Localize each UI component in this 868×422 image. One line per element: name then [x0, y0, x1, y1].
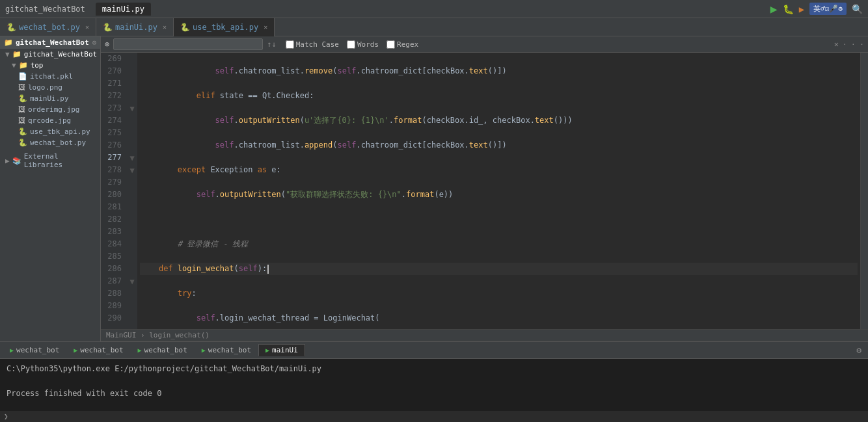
sidebar-item-wechat-bot-file[interactable]: 🐍 wechat_bot.py — [0, 137, 100, 148]
match-case-checkbox[interactable] — [286, 40, 294, 49]
filter-icon: ⊛ — [105, 40, 109, 49]
search-close-icon[interactable]: ✕ — [834, 40, 839, 49]
search-bar: ⊛ ↑↓ Match Case Words Regex ✕ · · · — [101, 36, 868, 53]
sidebar-item-mainui-file[interactable]: 🐍 mainUi.py — [0, 93, 100, 104]
sidebar-settings-icon[interactable]: ⚙ — [92, 38, 96, 47]
line-numbers: 269270271272273 274275276277278 27928028… — [101, 53, 127, 329]
terminal-tab-wechat-bot-1[interactable]: ▶ wechat_bot — [3, 344, 66, 356]
editor-body: 269270271272273 274275276277278 27928028… — [101, 53, 868, 329]
breadcrumb: MainGUI › login_wechat() — [101, 329, 868, 341]
terminal-line-1: C:\Python35\python.exe E:/pythonproject/… — [7, 363, 861, 375]
sidebar-project-title: gitchat_WechatBot — [16, 38, 89, 47]
sidebar-item-logo[interactable]: 🖼 logo.png — [0, 82, 100, 93]
more-options: · · · — [843, 40, 864, 49]
folder-icon-ext: 📚 — [12, 157, 21, 165]
tab-use-tbk-api[interactable]: 🐍 use_tbk_api.py ✕ — [174, 18, 275, 36]
sidebar-item-itchat[interactable]: 📄 itchat.pkl — [0, 71, 100, 82]
words-option[interactable]: Words — [347, 40, 379, 49]
breadcrumb-text: MainGUI › login_wechat() — [106, 331, 210, 339]
terminal-tab-wechat-bot-4[interactable]: ▶ wechat_bot — [195, 344, 258, 356]
expand-icon-top: ▼ — [12, 61, 16, 70]
tab-wechat-bot[interactable]: 🐍 wechat_bot.py ✕ — [0, 18, 96, 36]
terminal-tab-wechat-bot-2[interactable]: ▶ wechat_bot — [66, 344, 130, 356]
regex-option[interactable]: Regex — [387, 40, 418, 49]
file-icon-orderimg: 🖼 — [18, 105, 25, 114]
terminal-bottom-bar: ❯ — [0, 411, 868, 422]
code-content[interactable]: self.chatroom_list.remove(self.chatroom_… — [137, 53, 860, 329]
close-tab-mainui[interactable]: ✕ — [163, 23, 167, 31]
terminal: ▶ wechat_bot ▶ wechat_bot ▶ wechat_bot ▶… — [0, 341, 868, 422]
terminal-prompt-icon: ❯ — [4, 412, 8, 421]
gutter: ▼ ▼ ▼ ▼ — [127, 53, 137, 329]
run-config-icon[interactable]: ▶ — [799, 4, 804, 14]
search-icon[interactable]: 🔍 — [852, 4, 863, 14]
sidebar-item-gitchat[interactable]: ▼ 📁 gitchat_WechatBot — [0, 49, 100, 60]
terminal-line-2 — [7, 375, 861, 388]
file-icon-qrcode: 🖼 — [18, 116, 25, 125]
debug-icon[interactable]: 🐛 — [783, 4, 794, 14]
regex-checkbox[interactable] — [387, 40, 395, 49]
run-button[interactable]: ▶ — [770, 2, 778, 16]
close-tab-use-tbk-api[interactable]: ✕ — [264, 23, 267, 31]
terminal-line-3: Process finished with exit code 0 — [7, 388, 861, 400]
project-icon: 📁 — [4, 38, 13, 47]
terminal-tabs: ▶ wechat_bot ▶ wechat_bot ▶ wechat_bot ▶… — [0, 342, 868, 359]
terminal-content: C:\Python35\python.exe E:/pythonproject/… — [0, 359, 868, 411]
terminal-toolbar-right: ⚙ — [852, 345, 865, 355]
sidebar-item-qrcode[interactable]: 🖼 qrcode.jpg — [0, 115, 100, 126]
expand-icon-ext: ▶ — [5, 157, 10, 165]
file-icon-itchat: 📄 — [18, 72, 27, 81]
terminal-tab-wechat-bot-3[interactable]: ▶ wechat_bot — [131, 344, 195, 356]
search-arrows[interactable]: ↑↓ — [267, 40, 276, 49]
close-tab-wechat-bot[interactable]: ✕ — [85, 23, 89, 31]
terminal-tab-mainui[interactable]: ▶ mainUi — [258, 344, 305, 356]
search-input[interactable] — [113, 38, 263, 50]
app-title: gitchat_WechatBot — [5, 5, 85, 14]
terminal-settings-icon[interactable]: ⚙ — [852, 345, 865, 355]
sidebar-item-top[interactable]: ▼ 📁 top — [0, 60, 100, 71]
scrollbar-right[interactable] — [860, 53, 868, 329]
expand-icon: ▼ — [5, 50, 10, 59]
sidebar-item-external-libs[interactable]: ▶ 📚 External Libraries — [0, 151, 100, 170]
title-bar: gitchat_WechatBot mainUi.py ▶ 🐛 ▶ 英♂☑🎤⚙ … — [0, 0, 868, 18]
match-case-option[interactable]: Match Case — [286, 40, 339, 49]
file-icon-logo: 🖼 — [18, 83, 25, 92]
sidebar-header: 📁 gitchat_WechatBot ⚙ — [0, 36, 100, 49]
main-area: 📁 gitchat_WechatBot ⚙ ▼ 📁 gitchat_Wechat… — [0, 36, 868, 341]
active-tab-label: mainUi.py — [96, 3, 151, 16]
editor-tabs: 🐍 wechat_bot.py ✕ 🐍 mainUi.py ✕ 🐍 use_tb… — [0, 18, 868, 36]
folder-icon: 📁 — [12, 50, 21, 59]
sidebar-item-orderimg[interactable]: 🖼 orderimg.jpg — [0, 104, 100, 115]
ime-tool[interactable]: 英♂☑🎤⚙ — [809, 3, 847, 15]
file-icon-wechat-bot: 🐍 — [18, 138, 27, 147]
file-icon-use-tbk: 🐍 — [18, 127, 27, 136]
tab-mainui[interactable]: 🐍 mainUi.py ✕ — [96, 18, 174, 36]
folder-icon-top: 📁 — [19, 61, 28, 70]
words-checkbox[interactable] — [347, 40, 355, 49]
file-icon-mainui: 🐍 — [18, 94, 27, 103]
sidebar-item-use-tbk[interactable]: 🐍 use_tbk_api.py — [0, 126, 100, 137]
code-editor: ⊛ ↑↓ Match Case Words Regex ✕ · · · — [101, 36, 868, 341]
sidebar: 📁 gitchat_WechatBot ⚙ ▼ 📁 gitchat_Wechat… — [0, 36, 101, 341]
